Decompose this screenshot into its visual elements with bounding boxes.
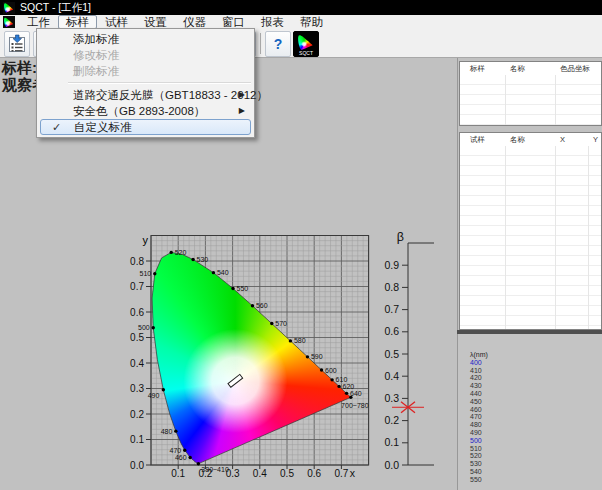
question-mark-icon: ? <box>274 36 283 52</box>
svg-text:700~780: 700~780 <box>341 402 369 409</box>
svg-text:590: 590 <box>311 353 323 360</box>
list-import-icon <box>7 34 27 54</box>
menu-bar: 工作 标样 试样 设置 仪器 窗口 报表 帮助 <box>0 15 602 29</box>
menu-item-instrument[interactable]: 仪器 <box>175 15 214 29</box>
menu-item-standard[interactable]: 标样 <box>58 15 97 29</box>
samples-table-header: 试样 名称 X Y <box>460 133 601 147</box>
svg-text:0.2: 0.2 <box>198 468 212 479</box>
title-bar: SQCT - [工作1] <box>0 0 602 15</box>
document-system-menu-icon[interactable] <box>3 16 15 28</box>
app-logo-icon <box>3 2 15 14</box>
svg-text:β: β <box>397 230 404 244</box>
menu-item-help[interactable]: 帮助 <box>292 15 331 29</box>
svg-text:0.6: 0.6 <box>130 307 144 318</box>
col-standard: 标样 <box>470 64 485 74</box>
samples-table[interactable]: 试样 名称 X Y <box>459 132 602 330</box>
svg-text:490: 490 <box>148 392 160 399</box>
svg-text:0.7: 0.7 <box>384 303 399 315</box>
svg-text:550: 550 <box>237 285 249 292</box>
wavelength-header: λ(nm) <box>470 351 488 359</box>
menu-item-traffic-film[interactable]: 道路交通反光膜（GBT18833 - 2012） ▶ <box>38 87 253 103</box>
menu-item-label: 自定义标准 <box>74 121 132 133</box>
wavelength-value: 490 <box>470 429 488 437</box>
svg-text:510: 510 <box>140 270 152 277</box>
svg-text:0.3: 0.3 <box>226 468 240 479</box>
menu-item-sample[interactable]: 试样 <box>97 15 136 29</box>
wavelength-value: 460 <box>470 406 488 414</box>
svg-text:560: 560 <box>256 302 268 309</box>
chromaticity-gamut <box>151 236 369 466</box>
svg-text:0.6: 0.6 <box>307 468 321 479</box>
submenu-arrow-icon: ▶ <box>239 103 245 119</box>
wavelength-list[interactable]: λ(nm) 400 410 420 430 440 450 460 470 48… <box>470 351 488 484</box>
col-chromaticity: 色品坐标 <box>560 64 590 74</box>
app-window: SQCT - [工作1] 工作 标样 试样 设置 仪器 窗口 报表 帮助 <box>0 0 602 490</box>
menu-item-settings[interactable]: 设置 <box>136 15 175 29</box>
svg-text:0.1: 0.1 <box>130 434 144 445</box>
svg-text:0.2: 0.2 <box>384 414 399 426</box>
svg-text:0.3: 0.3 <box>384 392 399 404</box>
svg-text:0.8: 0.8 <box>384 281 399 293</box>
samples-table-body <box>460 146 601 329</box>
svg-text:640: 640 <box>350 390 362 397</box>
svg-text:0.9: 0.9 <box>384 259 399 271</box>
svg-text:0.6: 0.6 <box>384 325 399 337</box>
wavelength-value: 410 <box>470 367 488 375</box>
standard-menu-popup: 添加标准 修改标准 删除标准 道路交通反光膜（GBT18833 - 2012） … <box>36 28 255 138</box>
svg-text:0.5: 0.5 <box>130 332 144 343</box>
svg-text:0.0: 0.0 <box>384 459 399 471</box>
svg-text:480: 480 <box>161 428 173 435</box>
chromaticity-logo-icon <box>298 34 314 50</box>
menu-item-safety-color[interactable]: 安全色（GB 2893-2008） ▶ <box>38 103 253 119</box>
menu-item-window[interactable]: 窗口 <box>214 15 253 29</box>
wavelength-value: 500 <box>470 437 488 445</box>
svg-text:570: 570 <box>275 320 287 327</box>
svg-text:0.4: 0.4 <box>384 370 399 382</box>
menu-item-work[interactable]: 工作 <box>19 15 58 29</box>
wavelength-value: 550 <box>470 476 488 484</box>
import-standard-button[interactable] <box>4 31 30 57</box>
svg-text:0.2: 0.2 <box>130 409 144 420</box>
svg-text:540: 540 <box>217 269 229 276</box>
svg-text:530: 530 <box>197 256 209 263</box>
svg-text:600: 600 <box>325 367 337 374</box>
wavelength-value: 420 <box>470 374 488 382</box>
checkmark-icon: ✓ <box>52 120 61 134</box>
svg-text:0.1: 0.1 <box>171 468 185 479</box>
svg-text:x: x <box>350 467 356 479</box>
wavelength-value: 440 <box>470 390 488 398</box>
menu-item-edit-standard: 修改标准 <box>38 47 253 63</box>
menu-item-report[interactable]: 报表 <box>253 15 292 29</box>
svg-text:0.5: 0.5 <box>280 468 294 479</box>
col-x: X <box>560 135 565 144</box>
svg-text:380~410: 380~410 <box>201 466 229 473</box>
wavelength-value: 430 <box>470 382 488 390</box>
menu-item-custom-standard[interactable]: ✓ 自定义标准 <box>40 119 251 135</box>
svg-text:470: 470 <box>170 447 182 454</box>
toolbar-separator <box>260 33 261 54</box>
svg-text:0.7: 0.7 <box>130 281 144 292</box>
svg-text:620: 620 <box>343 383 355 390</box>
svg-text:580: 580 <box>294 337 306 344</box>
wavelength-value: 480 <box>470 421 488 429</box>
sqct-logo-button[interactable]: SQCT <box>293 31 319 57</box>
wavelength-value: 450 <box>470 398 488 406</box>
menu-item-add-standard[interactable]: 添加标准 <box>38 31 253 47</box>
submenu-arrow-icon: ▶ <box>239 87 245 103</box>
svg-text:610: 610 <box>336 376 348 383</box>
svg-text:0.7: 0.7 <box>334 468 348 479</box>
svg-text:0.4: 0.4 <box>253 468 267 479</box>
svg-text:0.3: 0.3 <box>130 383 144 394</box>
menu-separator <box>68 82 251 84</box>
wavelength-value: 470 <box>470 413 488 421</box>
col-name: 名称 <box>510 135 525 145</box>
standards-table[interactable]: 标样 名称 色品坐标 <box>459 61 602 126</box>
help-button[interactable]: ? <box>265 31 291 57</box>
svg-text:0.5: 0.5 <box>384 348 399 360</box>
sqct-logo-label: SQCT <box>294 50 318 56</box>
wavelength-value: 400 <box>470 359 488 367</box>
wavelength-value: 520 <box>470 452 488 460</box>
window-title: SQCT - [工作1] <box>20 0 91 15</box>
standards-table-body <box>460 75 601 125</box>
wavelength-panel: λ(nm) 400 410 420 430 440 450 460 470 48… <box>458 334 602 490</box>
